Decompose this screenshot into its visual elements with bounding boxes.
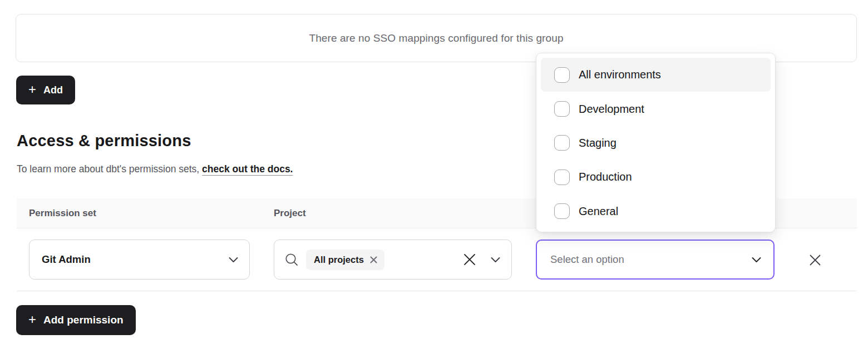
plus-icon: +: [28, 83, 36, 96]
project-tag-label: All projects: [314, 255, 364, 265]
permission-set-select[interactable]: Git Admin: [29, 240, 250, 280]
project-tag-all-projects[interactable]: All projects: [306, 250, 384, 270]
dropdown-option-all-environments[interactable]: All environments: [541, 58, 771, 92]
docs-link[interactable]: check out the docs.: [202, 163, 293, 174]
dropdown-option-production[interactable]: Production: [541, 160, 771, 194]
description-text: To learn more about dbt's permission set…: [17, 163, 199, 174]
add-permission-label: Add permission: [43, 314, 124, 326]
dropdown-option-staging[interactable]: Staging: [541, 126, 771, 160]
page-title: Access & permissions: [17, 132, 191, 150]
checkbox-icon[interactable]: [554, 169, 570, 185]
plus-icon: +: [28, 313, 36, 326]
remove-tag-icon[interactable]: [370, 256, 377, 263]
environment-placeholder: Select an option: [550, 253, 624, 266]
checkbox-icon[interactable]: [554, 135, 570, 151]
column-header-project: Project: [274, 208, 306, 219]
remove-row-icon[interactable]: [808, 253, 822, 267]
add-button-label: Add: [43, 84, 63, 96]
dropdown-option-general[interactable]: General: [541, 195, 771, 228]
sso-empty-message: There are no SSO mappings configured for…: [309, 32, 563, 44]
permission-set-value: Git Admin: [42, 253, 91, 266]
dropdown-option-development[interactable]: Development: [541, 92, 771, 126]
environment-select[interactable]: Select an option: [536, 240, 775, 280]
add-sso-mapping-button[interactable]: + Add: [16, 76, 75, 104]
column-header-permission-set: Permission set: [29, 208, 96, 219]
checkbox-icon[interactable]: [554, 67, 570, 83]
chevron-down-icon: [752, 257, 761, 263]
checkbox-icon[interactable]: [554, 101, 570, 117]
option-label: Development: [579, 103, 644, 116]
checkbox-icon[interactable]: [554, 203, 570, 219]
group-settings-page: There are no SSO mappings configured for…: [0, 0, 868, 349]
option-label: Staging: [579, 137, 617, 149]
add-permission-button[interactable]: + Add permission: [16, 305, 136, 335]
option-label: All environments: [579, 68, 661, 81]
environment-dropdown-menu: All environments Development Staging Pro…: [536, 53, 776, 232]
section-description: To learn more about dbt's permission set…: [17, 163, 293, 175]
option-label: General: [579, 205, 618, 218]
project-multiselect[interactable]: All projects: [274, 240, 512, 280]
chevron-down-icon: [491, 257, 500, 263]
chevron-down-icon: [229, 257, 238, 263]
option-label: Production: [579, 171, 632, 183]
clear-selection-icon[interactable]: [463, 253, 476, 266]
search-icon: [284, 252, 299, 267]
